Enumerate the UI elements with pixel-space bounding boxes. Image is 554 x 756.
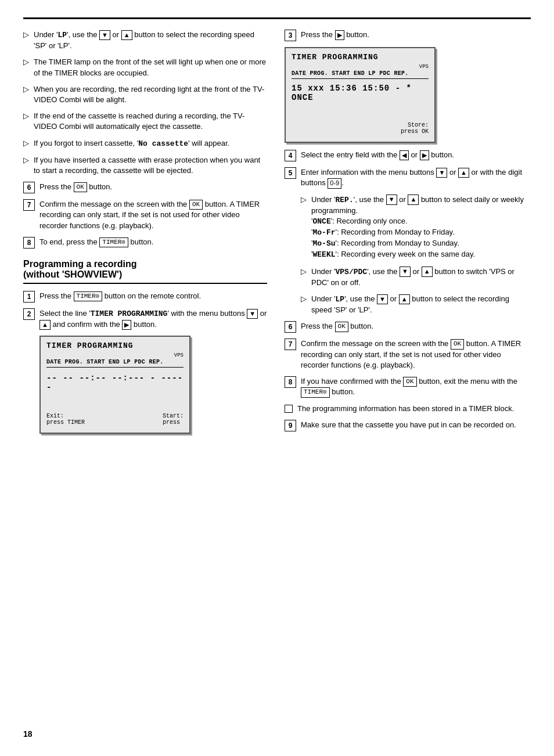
step-9-right: 9 Make sure that the cassette you have p… bbox=[285, 420, 531, 431]
timer-box-1-footer-left: Exit:press TIMER bbox=[46, 413, 85, 426]
step-6-right: 6 Press the OK button. bbox=[285, 321, 531, 333]
ok-btn-8r: OK bbox=[403, 377, 416, 387]
right-btn-4: ▶ bbox=[420, 150, 429, 160]
timer-btn: TIMER⊙ bbox=[99, 237, 128, 247]
up-btn-rep: ▲ bbox=[408, 195, 419, 204]
bullet-text-erase-protection: If you have inserted a cassette with era… bbox=[34, 155, 267, 176]
down-btn-lp: ▼ bbox=[377, 294, 388, 304]
timer-box-1-footer-right: Start:press bbox=[163, 413, 184, 426]
bullet-item-recording-light: ▷ When you are recording, the red record… bbox=[23, 84, 267, 105]
step-number-1: 1 bbox=[23, 291, 35, 303]
step-3-right: 3 Press the ▶ button. bbox=[285, 30, 531, 41]
down-btn-5: ▼ bbox=[436, 168, 447, 178]
triangle-icon: ▷ bbox=[23, 85, 29, 93]
step-text-1: Press the TIMER⊙ button on the remote co… bbox=[39, 291, 267, 301]
down-btn: ▼ bbox=[247, 309, 258, 319]
triangle-icon: ▷ bbox=[23, 139, 29, 147]
triangle-icon-vps: ▷ bbox=[301, 267, 307, 276]
step-text-9-r: Make sure that the cassette you have put… bbox=[301, 420, 531, 430]
ok-btn-2: OK bbox=[189, 200, 203, 210]
sub-bullet-lp-r: ▷ Under 'LP', use the ▼ or ▲ button to s… bbox=[301, 294, 531, 315]
triangle-icon: ▷ bbox=[23, 156, 29, 164]
step-8-right: 8 If you have confirmed with the OK butt… bbox=[285, 376, 531, 398]
timer-box-1: TIMER PROGRAMMING VPS DATE PROG. START E… bbox=[39, 336, 190, 434]
sub-bullet-vps: ▷ Under 'VPS/PDC', use the ▼ or ▲ button… bbox=[301, 267, 531, 288]
checkbox-text: The programming information has been sto… bbox=[297, 404, 531, 414]
section-heading-showview: Programming a recording(without 'SHOWVIE… bbox=[23, 259, 267, 284]
left-column: ▷ Under 'LP', use the ▼ or ▲ button to s… bbox=[23, 30, 267, 440]
timer-btn-1: TIMER⊙ bbox=[74, 291, 103, 301]
bullet-text-no-cassette: If you forgot to insert cassette, 'No ca… bbox=[34, 138, 229, 149]
step-text-7-r: Confirm the message on the screen with t… bbox=[301, 339, 531, 370]
step-number-4-r: 4 bbox=[285, 150, 296, 161]
bullet-item-lp: ▷ Under 'LP', use the ▼ or ▲ button to s… bbox=[23, 30, 267, 51]
right-btn: ▶ bbox=[122, 320, 131, 330]
step-text-2: Select the line 'TIMER PROGRAMMING' with… bbox=[39, 308, 267, 330]
step-number-6: 6 bbox=[23, 182, 35, 193]
timer-btn-8r: TIMER⊙ bbox=[301, 387, 330, 397]
timer-box-1-cols: DATE PROG. START END LP PDC REP. bbox=[46, 359, 184, 368]
page: ▷ Under 'LP', use the ▼ or ▲ button to s… bbox=[0, 0, 554, 756]
checkbox-item-timer-block: The programming information has been sto… bbox=[285, 404, 531, 414]
left-btn-4: ◀ bbox=[400, 150, 409, 160]
bullet-text-lp: Under 'LP', use the ▼ or ▲ button to sel… bbox=[34, 30, 267, 51]
step-4-right: 4 Select the entry field with the ◀ or ▶… bbox=[285, 150, 531, 161]
step-5-right: 5 Enter information with the menu button… bbox=[285, 167, 531, 189]
step-number-9-r: 9 bbox=[285, 420, 296, 431]
step-6-left: 6 Press the OK button. bbox=[23, 182, 267, 193]
timer-box-1-footer: Exit:press TIMER Start:press bbox=[46, 413, 184, 426]
step-7-right: 7 Confirm the message on the screen with… bbox=[285, 339, 531, 370]
triangle-icon: ▷ bbox=[23, 111, 29, 120]
up-arrow-btn: ▲ bbox=[121, 30, 132, 40]
step-2-main: 2 Select the line 'TIMER PROGRAMMING' wi… bbox=[23, 308, 267, 330]
step-text-8-r: If you have confirmed with the OK button… bbox=[301, 376, 531, 398]
timer-box-1-vps-label: VPS bbox=[46, 352, 184, 358]
triangle-icon: ▷ bbox=[23, 30, 29, 39]
triangle-icon: ▷ bbox=[23, 57, 29, 66]
right-column: 3 Press the ▶ button. TIMER PROGRAMMING … bbox=[285, 30, 531, 440]
step-text-8: To end, press the TIMER⊙ button. bbox=[39, 237, 267, 247]
step-number-6-r: 6 bbox=[285, 321, 296, 333]
bullet-item-no-cassette: ▷ If you forgot to insert cassette, 'No … bbox=[23, 138, 267, 149]
sub-bullet-rep-text: Under 'REP.', use the ▼ or ▲ button to s… bbox=[311, 195, 531, 261]
timer-box-1-data: -- -- --:-- --:--- - ----- bbox=[46, 368, 184, 395]
down-btn-rep: ▼ bbox=[386, 195, 397, 204]
digit-btn: 0-9 bbox=[328, 178, 341, 188]
sub-bullet-rep: ▷ Under 'REP.', use the ▼ or ▲ button to… bbox=[301, 195, 531, 261]
bullet-item-erase-protection: ▷ If you have inserted a cassette with e… bbox=[23, 155, 267, 176]
step-text-6: Press the OK button. bbox=[39, 182, 267, 192]
bullet-item-end-cassette: ▷ If the end of the cassette is reached … bbox=[23, 111, 267, 132]
step-7-left: 7 Confirm the message on the screen with… bbox=[23, 199, 267, 231]
timer-box-2: TIMER PROGRAMMING VPS DATE PROG. START E… bbox=[285, 47, 436, 143]
bullet-item-timer-lamp: ▷ The TIMER lamp on the front of the set… bbox=[23, 57, 267, 78]
step-text-4-r: Select the entry field with the ◀ or ▶ b… bbox=[301, 150, 531, 160]
step-text-6-r: Press the OK button. bbox=[301, 321, 531, 332]
ok-btn-6r: OK bbox=[335, 322, 348, 332]
timer-box-2-data: 15 xxx 15:36 15:50 - * ONCE bbox=[292, 79, 429, 106]
bullet-text-end-cassette: If the end of the cassette is reached du… bbox=[34, 111, 267, 132]
step-text-3-r: Press the ▶ button. bbox=[301, 30, 531, 40]
timer-box-2-footer: Store:press OK bbox=[292, 122, 429, 135]
step-number-7-r: 7 bbox=[285, 339, 296, 350]
ok-btn: OK bbox=[74, 182, 87, 192]
step-number-7: 7 bbox=[23, 199, 35, 211]
two-column-layout: ▷ Under 'LP', use the ▼ or ▲ button to s… bbox=[23, 30, 531, 440]
triangle-icon-rep: ▷ bbox=[301, 195, 307, 204]
up-btn-lp: ▲ bbox=[399, 294, 410, 304]
up-btn-5: ▲ bbox=[458, 168, 469, 178]
timer-box-2-title: TIMER PROGRAMMING bbox=[292, 53, 429, 62]
step-text-5-r: Enter information with the menu buttons … bbox=[301, 167, 531, 189]
triangle-icon-lp-r: ▷ bbox=[301, 294, 307, 303]
up-btn-vps: ▲ bbox=[422, 267, 433, 276]
bullet-text-recording-light: When you are recording, the red recordin… bbox=[34, 84, 267, 105]
step-number-5-r: 5 bbox=[285, 167, 296, 179]
step-text-7: Confirm the message on the screen with t… bbox=[39, 199, 267, 231]
ok-btn-7r: OK bbox=[451, 339, 464, 349]
sub-bullet-vps-text: Under 'VPS/PDC', use the ▼ or ▲ button t… bbox=[311, 267, 531, 288]
timer-box-2-vps-label: VPS bbox=[292, 64, 429, 70]
step-number-3-r: 3 bbox=[285, 30, 296, 41]
up-btn: ▲ bbox=[39, 320, 51, 330]
step-1-main: 1 Press the TIMER⊙ button on the remote … bbox=[23, 291, 267, 303]
right-btn-3: ▶ bbox=[335, 30, 344, 40]
timer-box-1-title: TIMER PROGRAMMING bbox=[46, 341, 184, 350]
